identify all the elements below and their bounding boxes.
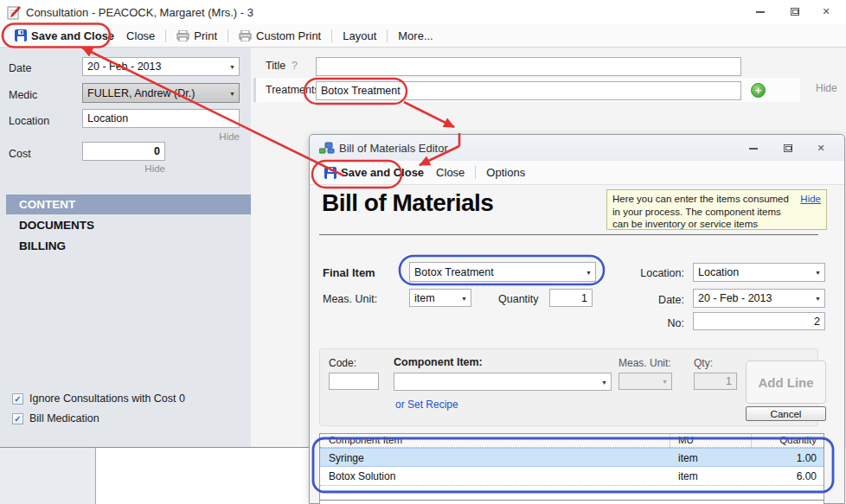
- maximize-button[interactable]: [784, 4, 806, 19]
- help-box: Here you can enter the items consumed in…: [606, 189, 827, 230]
- dropdown-arrow-icon: ▼: [601, 379, 607, 385]
- custom-print-label: Custom Print: [256, 29, 321, 42]
- main-window-title: Consultation - PEACOCK, Margaret (Mrs.) …: [26, 6, 253, 19]
- cost-input[interactable]: 0: [82, 142, 165, 161]
- treatments-input[interactable]: Botox Treatment: [316, 81, 741, 100]
- sidebar-item-documents[interactable]: DOCUMENTS: [19, 219, 94, 232]
- date-label: Date: [9, 62, 31, 74]
- table-row-botox-solution[interactable]: Botox Solution item 6.00: [320, 467, 824, 486]
- final-item-dropdown[interactable]: Botox Treatment ▼: [409, 262, 596, 282]
- close-button[interactable]: ✕: [815, 4, 837, 19]
- sidebar-item-documents-label: DOCUMENTS: [19, 219, 94, 232]
- cell-component-item: Botox Solution: [329, 470, 395, 482]
- table-row-syringe[interactable]: Syringe item 1.00: [320, 448, 824, 467]
- close-icon: ✕: [822, 6, 830, 17]
- minimize-icon: [756, 11, 765, 13]
- date-dropdown[interactable]: 20 - Feb - 2013 ▼: [82, 57, 240, 76]
- dialog-close-toolbar-button[interactable]: Close: [430, 166, 471, 179]
- heading-divider: [319, 234, 818, 235]
- minimize-button[interactable]: [749, 4, 772, 19]
- title-help-icon[interactable]: ?: [292, 60, 298, 72]
- custom-print-button[interactable]: Custom Print: [233, 29, 327, 42]
- medic-dropdown[interactable]: FULLER, Andrew (Dr.) ▼: [82, 83, 240, 103]
- dialog-date-dropdown[interactable]: 20 - Feb - 2013 ▼: [693, 289, 825, 308]
- cell-mu: item: [678, 470, 698, 482]
- close-toolbar-button[interactable]: Close: [120, 29, 161, 42]
- save-and-close-label: Save and Close: [31, 29, 114, 42]
- add-line-label: Add Line: [758, 375, 813, 390]
- header-quantity[interactable]: Quantity: [779, 435, 817, 445]
- sidebar-item-billing[interactable]: BILLING: [19, 239, 66, 252]
- header-mu[interactable]: MU: [678, 435, 694, 445]
- dropdown-arrow-icon: ▼: [229, 64, 235, 70]
- close-label: Close: [126, 29, 155, 42]
- treatments-hide-link[interactable]: Hide: [816, 82, 837, 94]
- bottom-left-column: [0, 448, 95, 504]
- layout-button[interactable]: Layout: [336, 29, 382, 42]
- checkbox-checked-icon[interactable]: ✓: [12, 413, 23, 424]
- add-treatment-button[interactable]: +: [751, 83, 766, 98]
- dialog-save-and-close-button[interactable]: Save and Close: [318, 166, 430, 179]
- dropdown-arrow-icon: ▼: [662, 379, 668, 385]
- print-button[interactable]: Print: [170, 29, 223, 42]
- add-line-button[interactable]: Add Line: [746, 360, 826, 404]
- add-meas-unit-dropdown: ▼: [618, 373, 672, 390]
- location-value: Location: [87, 112, 128, 124]
- ignore-consultations-checkbox-row[interactable]: ✓ Ignore Consultations with Cost 0: [12, 392, 185, 405]
- dialog-titlebar: Bill of Materials Editor ✕: [310, 135, 844, 161]
- sidebar-item-content-label: CONTENT: [19, 198, 75, 211]
- dialog-close-button[interactable]: ✕: [810, 141, 832, 156]
- consultation-left-panel: Date 20 - Feb - 2013 ▼ Medic FULLER, And…: [0, 48, 251, 447]
- title-input[interactable]: [316, 57, 741, 76]
- dialog-date-value: 20 - Feb - 2013: [698, 292, 772, 304]
- bill-medication-checkbox-row[interactable]: ✓ Bill Medication: [12, 412, 99, 424]
- dialog-options-button[interactable]: Options: [480, 166, 531, 179]
- cost-hide-link[interactable]: Hide: [133, 163, 165, 174]
- quantity-input[interactable]: 1: [549, 289, 593, 307]
- location-input[interactable]: Location: [82, 109, 240, 128]
- plus-icon: +: [755, 85, 762, 96]
- minimize-icon: [749, 148, 758, 150]
- location-hide-link[interactable]: Hide: [208, 131, 240, 142]
- meas-unit-value: item: [414, 292, 435, 304]
- cell-quantity: 6.00: [797, 470, 817, 482]
- column-separator: [670, 434, 670, 448]
- cost-label: Cost: [9, 148, 31, 160]
- component-item-dropdown[interactable]: ▼: [394, 373, 612, 391]
- dialog-options-label: Options: [486, 166, 525, 179]
- no-input[interactable]: 2: [693, 312, 825, 330]
- screen: Consultation - PEACOCK, Margaret (Mrs.) …: [0, 0, 846, 504]
- toolbar-separator: [331, 29, 332, 42]
- toolbar-separator: [475, 166, 476, 179]
- layout-label: Layout: [343, 29, 376, 42]
- code-input[interactable]: [329, 373, 379, 390]
- checkbox-checked-icon[interactable]: ✓: [12, 393, 23, 405]
- add-component-panel: Code: Component Item: ▼ or Set Recipe Me…: [319, 348, 818, 426]
- sidebar-item-content[interactable]: CONTENT: [6, 195, 251, 214]
- dialog-maximize-button[interactable]: [777, 141, 799, 156]
- more-button[interactable]: More...: [392, 29, 439, 42]
- dropdown-arrow-icon: ▼: [586, 269, 592, 275]
- save-icon: [324, 167, 336, 179]
- dialog-date-label: Date:: [598, 294, 684, 306]
- help-hide-link[interactable]: Hide: [800, 193, 821, 206]
- save-icon: [15, 29, 27, 41]
- save-and-close-button[interactable]: Save and Close: [9, 29, 120, 42]
- restore-icon: [784, 144, 792, 152]
- meas-unit-dropdown[interactable]: item ▼: [409, 289, 471, 307]
- table-header-row[interactable]: Component Item MU Quantity: [320, 434, 824, 448]
- header-component-item[interactable]: Component Item: [329, 435, 402, 445]
- dialog-minimize-button[interactable]: [742, 141, 765, 156]
- dialog-location-dropdown[interactable]: Location ▼: [693, 263, 825, 282]
- set-recipe-link[interactable]: or Set Recipe: [395, 399, 458, 411]
- bill-of-materials-dialog: Bill of Materials Editor ✕ Save and Clos…: [309, 134, 845, 504]
- cancel-button[interactable]: Cancel: [746, 406, 826, 421]
- date-value: 20 - Feb - 2013: [87, 61, 161, 73]
- dialog-location-value: Location: [698, 266, 739, 278]
- print-label: Print: [194, 29, 217, 42]
- treatments-value: Botox Treatment: [321, 85, 401, 97]
- meas-unit-label: Meas. Unit:: [323, 293, 377, 305]
- printer-icon: [176, 30, 189, 41]
- code-label: Code:: [329, 357, 356, 369]
- toolbar-separator: [228, 29, 228, 42]
